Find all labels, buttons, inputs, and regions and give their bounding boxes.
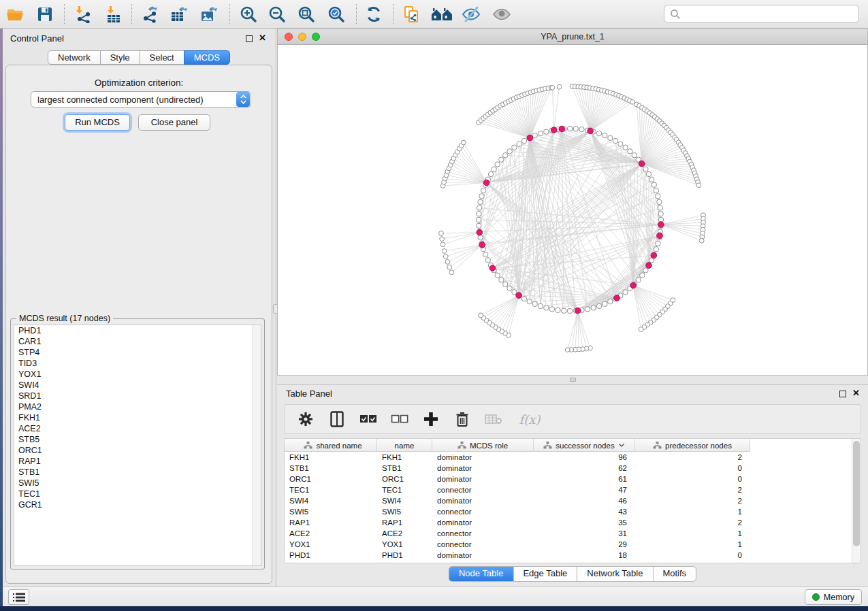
table-cell[interactable]: connector	[432, 528, 534, 539]
export-table-button[interactable]	[167, 3, 190, 26]
mcds-result-item[interactable]: STB1	[14, 467, 261, 478]
task-history-button[interactable]	[8, 589, 29, 605]
table-cell[interactable]: 29	[534, 539, 635, 550]
mcds-result-item[interactable]: RAP1	[14, 456, 261, 467]
show-columns-button[interactable]	[328, 410, 346, 429]
table-cell[interactable]: connector	[432, 484, 534, 495]
tab-network-table[interactable]: Network Table	[577, 567, 652, 581]
table-cell[interactable]: 2	[635, 484, 750, 495]
column-header-shared-name[interactable]: shared name	[285, 439, 377, 452]
table-row[interactable]: ACE2ACE2connector311	[285, 528, 861, 539]
export-image-button[interactable]	[197, 3, 220, 26]
show-all-button[interactable]	[490, 3, 513, 26]
network-window-titlebar[interactable]: YPA_prune.txt_1	[278, 29, 867, 45]
mcds-result-item[interactable]: STB5	[14, 434, 261, 445]
tab-select[interactable]: Select	[140, 50, 184, 65]
table-cell[interactable]: YOX1	[285, 539, 377, 550]
column-header-name[interactable]: name	[377, 439, 432, 452]
export-network-button[interactable]	[138, 3, 161, 26]
tab-motifs[interactable]: Motifs	[652, 567, 696, 581]
network-canvas[interactable]	[278, 45, 867, 375]
table-scrollbar-thumb[interactable]	[853, 441, 860, 546]
table-cell[interactable]: connector	[432, 506, 534, 517]
table-cell[interactable]: ACE2	[285, 528, 377, 539]
table-cell[interactable]: STB1	[285, 463, 377, 474]
close-table-panel-icon[interactable]: ✕	[852, 388, 860, 398]
table-cell[interactable]: SWI4	[285, 495, 377, 506]
horizontal-splitter[interactable]	[277, 376, 868, 384]
apply-layout-button[interactable]	[362, 3, 385, 26]
tab-style[interactable]: Style	[100, 50, 140, 65]
table-cell[interactable]: 46	[534, 495, 635, 506]
zoom-out-button[interactable]	[266, 3, 289, 26]
hide-selected-button[interactable]	[460, 3, 483, 26]
table-cell[interactable]: RAP1	[377, 517, 432, 528]
table-row[interactable]: ORC1ORC1dominator610	[285, 474, 861, 484]
table-cell[interactable]: ACE2	[377, 528, 432, 539]
table-cell[interactable]: connector	[432, 539, 534, 550]
table-cell[interactable]: dominator	[432, 463, 534, 474]
mcds-result-item[interactable]: ACE2	[14, 423, 261, 434]
search-input[interactable]	[685, 7, 858, 21]
mcds-result-item[interactable]: SRD1	[14, 391, 261, 401]
table-cell[interactable]: dominator	[432, 474, 534, 484]
table-row[interactable]: STB1STB1dominator620	[285, 463, 861, 474]
table-cell[interactable]: YOX1	[377, 539, 432, 550]
table-cell[interactable]: 0	[635, 463, 750, 474]
table-cell[interactable]: dominator	[432, 517, 534, 528]
zoom-in-button[interactable]	[237, 3, 260, 26]
mcds-result-item[interactable]: YOX1	[14, 369, 261, 380]
memory-button[interactable]: Memory	[805, 589, 862, 605]
table-row[interactable]: TEC1TEC1connector472	[285, 484, 861, 495]
select-stepper[interactable]	[236, 92, 250, 107]
table-row[interactable]: YOX1YOX1connector291	[285, 539, 861, 550]
optimization-criterion-select[interactable]: largest connected component (undirected)	[31, 91, 251, 108]
table-settings-button[interactable]	[297, 410, 315, 429]
table-row[interactable]: PHD1PHD1dominator180	[285, 550, 861, 561]
tab-edge-table[interactable]: Edge Table	[513, 567, 577, 581]
table-cell[interactable]: 61	[534, 474, 635, 484]
table-cell[interactable]: PHD1	[285, 550, 377, 561]
network-search-field[interactable]	[664, 5, 859, 23]
table-cell[interactable]: SWI5	[377, 506, 432, 517]
column-header-predecessor-nodes[interactable]: predecessor nodes	[635, 439, 750, 452]
deselect-all-button[interactable]	[391, 410, 408, 429]
zoom-fit-button[interactable]	[295, 3, 318, 26]
table-cell[interactable]: 47	[534, 484, 635, 495]
table-cell[interactable]: SWI5	[285, 506, 377, 517]
mcds-list-scrollbar[interactable]	[252, 325, 261, 565]
table-cell[interactable]: dominator	[432, 550, 534, 561]
table-row[interactable]: FKH1FKH1dominator962	[285, 452, 861, 463]
table-cell[interactable]: TEC1	[285, 484, 377, 495]
table-row[interactable]: RAP1RAP1dominator352	[285, 517, 861, 528]
run-mcds-button[interactable]: Run MCDS	[65, 114, 130, 131]
clone-network-button[interactable]	[400, 3, 423, 26]
mcds-result-item[interactable]: TEC1	[14, 489, 261, 499]
table-cell[interactable]: RAP1	[285, 517, 377, 528]
mcds-result-item[interactable]: TID3	[14, 358, 261, 369]
save-session-button[interactable]	[33, 3, 57, 26]
tab-network[interactable]: Network	[48, 50, 101, 65]
mcds-result-item[interactable]: PMA2	[14, 401, 261, 412]
float-panel-icon[interactable]	[246, 35, 253, 42]
table-row[interactable]: SWI5SWI5connector431	[285, 506, 861, 517]
zoom-selected-button[interactable]	[325, 3, 348, 26]
node-table[interactable]: shared name name MCDS role successor nod…	[284, 438, 861, 563]
tab-node-table[interactable]: Node Table	[449, 567, 513, 581]
table-scrollbar[interactable]	[852, 439, 861, 563]
table-cell[interactable]: 0	[635, 550, 750, 561]
table-cell[interactable]: 31	[534, 528, 635, 539]
close-panel-button[interactable]: Close panel	[138, 114, 210, 131]
table-cell[interactable]: FKH1	[377, 452, 432, 463]
table-cell[interactable]: 96	[534, 452, 635, 463]
mcds-result-item[interactable]: CAR1	[14, 336, 261, 347]
table-cell[interactable]: STB1	[377, 463, 432, 474]
first-neighbors-button[interactable]	[430, 3, 453, 26]
table-cell[interactable]: FKH1	[285, 452, 377, 463]
table-cell[interactable]: SWI4	[377, 495, 432, 506]
mcds-result-list[interactable]: PHD1CAR1STP4TID3YOX1SWI4SRD1PMA2FKH1ACE2…	[14, 325, 261, 566]
table-cell[interactable]: 18	[534, 550, 635, 561]
import-table-button[interactable]	[101, 3, 125, 26]
table-cell[interactable]: 2	[635, 517, 750, 528]
open-file-button[interactable]	[3, 3, 27, 26]
